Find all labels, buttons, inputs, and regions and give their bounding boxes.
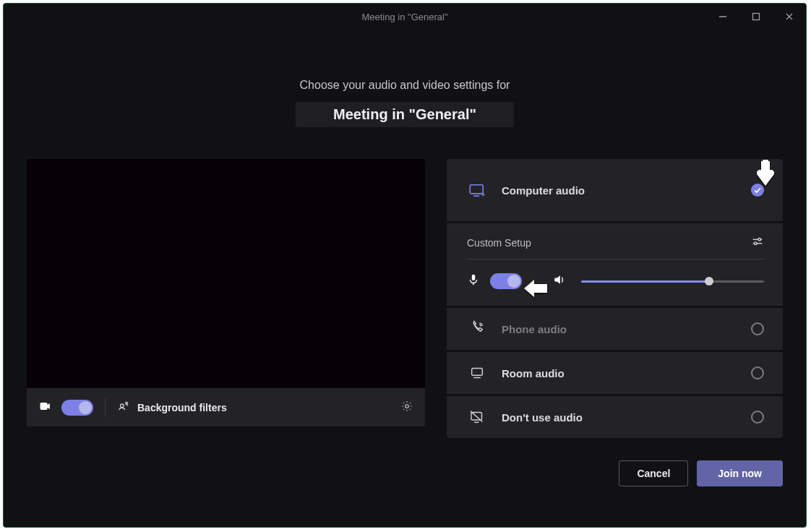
- option-label: Computer audio: [502, 184, 585, 197]
- meeting-name: Meeting in "General": [296, 102, 514, 127]
- svg-rect-17: [472, 369, 483, 376]
- room-audio-icon: [467, 364, 487, 382]
- option-computer-audio[interactable]: Computer audio: [447, 159, 783, 221]
- svg-point-8: [406, 404, 409, 408]
- minimize-button[interactable]: [706, 4, 739, 30]
- svg-point-12: [758, 239, 761, 241]
- option-label: Phone audio: [502, 323, 567, 335]
- option-label: Don't use audio: [502, 411, 583, 424]
- content: Choose your audio and video settings for…: [4, 30, 806, 438]
- divider: [105, 398, 106, 417]
- option-room-audio[interactable]: Room audio: [447, 352, 783, 394]
- camera-icon: [38, 399, 53, 416]
- background-filters-button[interactable]: Background filters: [117, 400, 227, 416]
- option-no-audio[interactable]: Don't use audio: [447, 396, 783, 438]
- device-settings-button[interactable]: [400, 400, 413, 416]
- svg-point-14: [755, 242, 758, 245]
- volume-fill: [581, 280, 709, 283]
- svg-rect-1: [753, 14, 760, 20]
- background-filters-icon: [117, 400, 130, 416]
- prompt-text: Choose your audio and video settings for: [27, 79, 783, 92]
- title-bar: Meeting in "General": [4, 4, 806, 30]
- no-audio-icon: [467, 408, 487, 426]
- svg-point-4: [121, 404, 124, 408]
- phone-audio-icon: [467, 319, 487, 338]
- mic-toggle[interactable]: [490, 273, 522, 289]
- volume-slider[interactable]: [581, 277, 764, 286]
- custom-setup-label: Custom Setup: [467, 237, 531, 249]
- computer-audio-icon: [467, 181, 487, 200]
- custom-setup-controls: [467, 273, 764, 290]
- svg-line-6: [127, 402, 129, 403]
- option-label: Room audio: [502, 367, 565, 379]
- option-radio[interactable]: [751, 322, 764, 335]
- custom-setup-panel: Custom Setup: [447, 223, 783, 306]
- option-phone-audio[interactable]: Phone audio: [447, 308, 783, 350]
- columns: Background filters Computer audio: [27, 159, 783, 438]
- background-filters-label: Background filters: [137, 402, 227, 413]
- video-preview: [27, 159, 425, 388]
- volume-thumb[interactable]: [705, 277, 713, 286]
- mic-icon: [467, 273, 480, 289]
- audio-options-column: Computer audio Custom Setup: [447, 159, 783, 438]
- cancel-button[interactable]: Cancel: [619, 460, 688, 486]
- heading-block: Choose your audio and video settings for…: [27, 79, 783, 127]
- svg-rect-15: [472, 275, 476, 280]
- svg-rect-9: [470, 185, 483, 194]
- footer-buttons: Cancel Join now: [619, 460, 783, 486]
- camera-toggle[interactable]: [61, 400, 93, 416]
- join-now-button[interactable]: Join now: [697, 460, 783, 486]
- option-radio[interactable]: [751, 366, 764, 379]
- window-title: Meeting in "General": [361, 12, 447, 22]
- option-radio[interactable]: [751, 411, 764, 424]
- close-button[interactable]: [773, 4, 806, 30]
- window-controls: [706, 4, 806, 30]
- annotation-arrow-down-icon: [755, 160, 776, 190]
- custom-setup-header[interactable]: Custom Setup: [467, 233, 764, 259]
- annotation-arrow-left-icon: [523, 278, 549, 301]
- video-controls: Background filters: [27, 388, 425, 426]
- pre-join-window: Meeting in "General" Choose your audio a…: [3, 3, 807, 528]
- sliders-icon: [751, 235, 764, 250]
- video-preview-column: Background filters: [27, 159, 425, 438]
- maximize-button[interactable]: [739, 4, 773, 30]
